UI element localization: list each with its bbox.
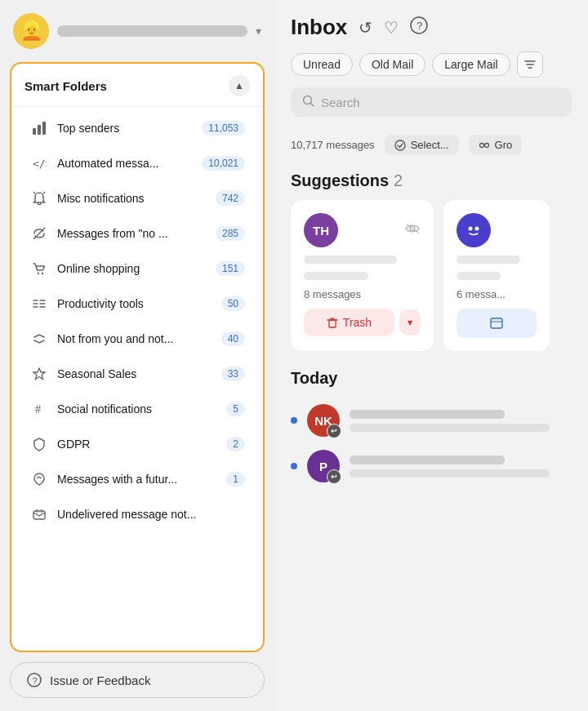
avatar-row: 👱 ▾: [10, 13, 265, 49]
email-subject-bar: [350, 424, 550, 432]
folder-item-online-shopping[interactable]: Online shopping 151: [16, 251, 258, 286]
email-item-2[interactable]: P ↩: [291, 443, 572, 489]
svg-rect-32: [329, 320, 336, 327]
folder-label: Not from you and not...: [57, 332, 221, 345]
issue-feedback-button[interactable]: ? Issue or Feedback: [10, 662, 265, 698]
folder-badge: 11,053: [202, 121, 245, 136]
inbox-header: Inbox ↺ ♡ ? Unread Old Mail Large Mail: [274, 0, 588, 135]
reply-badge-2: ↩: [327, 469, 341, 484]
account-name-bar: [57, 25, 247, 37]
svg-point-27: [395, 140, 405, 150]
productivity-icon: [29, 294, 49, 313]
folder-badge: 285: [216, 226, 245, 241]
hide-icon[interactable]: [404, 222, 421, 238]
svg-rect-0: [33, 128, 36, 135]
folder-label: Messages with a futur...: [57, 473, 226, 486]
svg-rect-2: [42, 122, 46, 135]
filter-pills: Unread Old Mail Large Mail: [291, 51, 572, 78]
help-icon[interactable]: ?: [410, 16, 428, 38]
card-text-bar-short: [304, 272, 368, 280]
folder-item-top-senders[interactable]: Top senders 11,053: [16, 111, 258, 145]
card2-action[interactable]: [457, 309, 537, 338]
svg-point-37: [464, 220, 483, 240]
sidebar: 👱 ▾ Smart Folders ▲ Top senders 11,053: [0, 0, 274, 711]
svg-point-29: [484, 143, 488, 147]
inbox-title: Inbox: [291, 15, 347, 40]
group-button[interactable]: Gro: [469, 135, 523, 155]
suggestion-cards: TH 8 messages: [291, 200, 572, 351]
search-bar[interactable]: Search: [291, 87, 572, 117]
folder-item-future[interactable]: Messages with a futur... 1: [16, 462, 258, 496]
messages-count: 10,717 messages: [291, 139, 375, 151]
folder-item-messages-no[interactable]: Messages from "no ... 285: [16, 216, 258, 251]
email-avatar-nk: NK ↩: [307, 404, 340, 437]
email-item-1[interactable]: NK ↩: [291, 398, 572, 443]
no-reply-icon: [29, 224, 49, 243]
inbox-title-row: Inbox ↺ ♡ ?: [291, 15, 572, 40]
suggestions-section: Suggestions2 TH 8 messages: [274, 163, 588, 359]
folder-label: Automated messa...: [57, 157, 202, 170]
trash-button[interactable]: Trash: [304, 309, 394, 336]
card-actions-1: Trash ▾: [304, 309, 421, 336]
folder-label: Online shopping: [57, 262, 216, 275]
trash-dropdown-button[interactable]: ▾: [399, 309, 421, 336]
svg-text:?: ?: [33, 676, 38, 686]
trash-label: Trash: [343, 316, 372, 329]
folder-badge: 10,021: [202, 156, 245, 171]
folder-item-not-from-you[interactable]: Not from you and not... 40: [16, 322, 258, 356]
folder-item-seasonal-sales[interactable]: Seasonal Sales 33: [16, 357, 258, 391]
folder-item-misc-notifications[interactable]: Misc notifications 742: [16, 181, 258, 216]
svg-text:</>: </>: [33, 158, 47, 170]
svg-point-28: [479, 143, 483, 147]
folder-item-productivity[interactable]: Productivity tools 50: [16, 287, 258, 321]
folder-badge: 50: [221, 296, 245, 311]
folder-badge: 33: [221, 367, 245, 381]
pill-large-mail[interactable]: Large Mail: [432, 53, 510, 76]
folder-badge: 151: [216, 261, 245, 276]
svg-rect-15: [33, 511, 45, 519]
folder-item-undelivered[interactable]: Undelivered message not...: [16, 497, 258, 531]
folder-badge: 5: [226, 402, 245, 416]
folder-item-gdpr[interactable]: GDPR 2: [16, 427, 258, 461]
svg-line-4: [33, 192, 35, 193]
undelivered-icon: [29, 504, 49, 524]
email-name-bar: [350, 410, 505, 419]
card-text-bar: [304, 256, 397, 264]
folder-item-social[interactable]: # Social notifications 5: [16, 392, 258, 426]
today-section: Today NK ↩ P ↩: [274, 359, 588, 499]
select-button[interactable]: Select...: [385, 135, 459, 155]
svg-text:#: #: [35, 403, 41, 415]
email-avatar-p: P ↩: [307, 450, 340, 482]
top-senders-icon: [29, 118, 49, 138]
search-icon: [302, 95, 314, 109]
card-top-1: TH: [304, 213, 421, 247]
folder-label: Seasonal Sales: [57, 367, 221, 380]
refresh-icon[interactable]: ↺: [359, 18, 372, 38]
pill-unread[interactable]: Unread: [291, 53, 353, 76]
avatar[interactable]: 👱: [13, 13, 49, 49]
folder-item-automated[interactable]: </> Automated messa... 10,021: [16, 146, 258, 180]
email-content-1: [350, 410, 572, 432]
card-top-2: [457, 213, 537, 247]
filter-icon-button[interactable]: [517, 51, 543, 78]
chevron-down-icon[interactable]: ▾: [256, 24, 261, 38]
folder-badge: 742: [216, 191, 245, 206]
folder-label: Messages from "no ...: [57, 227, 216, 240]
group-label: Gro: [495, 139, 513, 151]
folder-badge: 40: [221, 331, 245, 346]
unread-dot-2: [291, 463, 297, 469]
gdpr-icon: [29, 434, 49, 454]
future-icon: [29, 469, 49, 489]
suggestions-title: Suggestions2: [291, 171, 572, 190]
folder-label: Productivity tools: [57, 297, 221, 310]
email-name-bar-2: [350, 455, 505, 464]
social-notifications-icon: #: [29, 399, 49, 419]
card-avatar-bot: [457, 213, 491, 247]
messages-row: 10,717 messages Select... Gro: [274, 135, 588, 163]
heart-icon[interactable]: ♡: [384, 18, 399, 38]
collapse-button[interactable]: ▲: [229, 75, 250, 96]
folder-badge: 2: [226, 437, 245, 451]
pill-old-mail[interactable]: Old Mail: [359, 53, 425, 76]
today-title: Today: [291, 369, 572, 388]
card-messages-2: 6 messa...: [457, 288, 537, 300]
